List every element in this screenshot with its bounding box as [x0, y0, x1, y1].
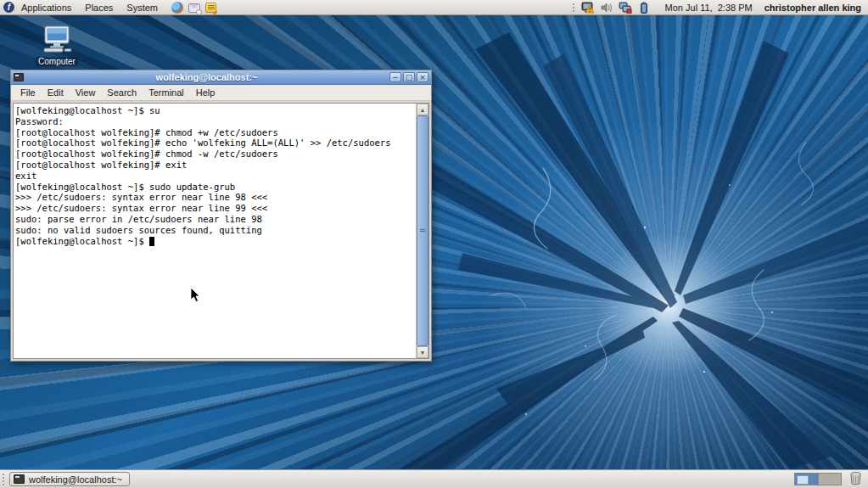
- terminal-cursor: [149, 237, 154, 246]
- firefox-launcher-icon[interactable]: [171, 2, 183, 14]
- taskbar-drag-handle[interactable]: [2, 473, 6, 486]
- terminal-line: [wolfeking@localhost ~]$ sudo update-gru…: [15, 182, 415, 193]
- clock[interactable]: Mon Jul 11, 2:38 PM: [653, 3, 761, 13]
- scroll-down-button[interactable]: ▼: [417, 346, 428, 358]
- workspace-2[interactable]: [818, 474, 841, 485]
- window-titlebar[interactable]: wolfeking@localhost:~ − □ ×: [11, 70, 431, 85]
- terminal-line: Password:: [15, 116, 415, 127]
- mouse-cursor: [190, 287, 200, 303]
- scroll-up-button[interactable]: ▲: [417, 104, 428, 115]
- window-menubar: File Edit View Search Terminal Help: [11, 85, 431, 101]
- scrollbar-thumb[interactable]: [417, 115, 428, 346]
- menu-help[interactable]: Help: [190, 87, 221, 98]
- terminal-line: [root@localhost wolfeking]# chmod -w /et…: [15, 149, 415, 160]
- workspace-switcher: [794, 473, 842, 485]
- tray-drag-handle[interactable]: [572, 3, 575, 13]
- terminal-prompt-line: [wolfeking@localhost ~]$: [15, 236, 415, 247]
- screen: f Applications Places System: [0, 0, 868, 488]
- workspace-1[interactable]: [795, 474, 818, 485]
- trash-icon[interactable]: [848, 471, 863, 487]
- terminal-line: [root@localhost wolfeking]# exit: [15, 160, 415, 171]
- menu-view[interactable]: View: [70, 87, 102, 98]
- terminal-window-icon: [14, 73, 24, 81]
- volume-icon[interactable]: [600, 2, 613, 14]
- desktop-wallpaper: Computer wolfeking@localhost:~ − □ × Fil…: [0, 15, 868, 469]
- close-button[interactable]: ×: [417, 72, 428, 82]
- terminal-line: [root@localhost wolfeking]# echo 'wolfek…: [15, 137, 415, 149]
- minimize-button[interactable]: −: [389, 72, 401, 82]
- window-title: wolfeking@localhost:~: [24, 72, 389, 82]
- terminal-line: sudo: parse error in /etc/sudoers near l…: [15, 214, 415, 225]
- menu-terminal[interactable]: Terminal: [143, 87, 190, 98]
- fedora-menu-icon[interactable]: f: [3, 2, 14, 13]
- taskbar-window-label: wolfeking@localhost:~: [29, 474, 122, 485]
- taskbar-window-button[interactable]: wolfeking@localhost:~: [9, 472, 130, 486]
- applications-menu[interactable]: Applications: [14, 0, 78, 14]
- places-menu[interactable]: Places: [78, 0, 120, 14]
- terminal-output[interactable]: [wolfeking@localhost ~]$ suPassword:[roo…: [14, 104, 416, 358]
- terminal-line: >>> /etc/sudoers: syntax error near line…: [15, 203, 415, 214]
- menu-file[interactable]: File: [14, 87, 42, 98]
- system-menu[interactable]: System: [120, 0, 165, 14]
- network-offline-icon[interactable]: [619, 2, 632, 14]
- writer-launcher-icon[interactable]: [205, 2, 217, 14]
- top-panel: f Applications Places System: [0, 0, 868, 15]
- computer-icon-label: Computer: [36, 57, 78, 66]
- menu-edit[interactable]: Edit: [42, 87, 70, 98]
- terminal-line: [wolfeking@localhost ~]$ su: [15, 105, 415, 116]
- display-warning-icon[interactable]: [581, 2, 595, 14]
- user-menu[interactable]: christopher allen king: [761, 3, 868, 13]
- menu-search[interactable]: Search: [101, 87, 143, 98]
- terminal-line: [root@localhost wolfeking]# chmod +w /et…: [15, 127, 415, 138]
- terminal-line: exit: [15, 171, 415, 182]
- battery-icon[interactable]: [637, 2, 651, 14]
- terminal-scrollbar[interactable]: ▲ ▼: [416, 104, 428, 358]
- computer-icon: [40, 25, 74, 53]
- taskbar-terminal-icon: [14, 474, 25, 484]
- terminal-window: wolfeking@localhost:~ − □ × File Edit Vi…: [10, 70, 432, 362]
- terminal-line: sudo: no valid sudoers sources found, qu…: [15, 225, 415, 236]
- email-launcher-icon[interactable]: [188, 2, 200, 14]
- terminal-line: >>> /etc/sudoers: syntax error near line…: [15, 192, 415, 203]
- maximize-button[interactable]: □: [403, 72, 415, 82]
- computer-desktop-icon[interactable]: Computer: [31, 25, 83, 68]
- bottom-panel: wolfeking@localhost:~: [0, 469, 868, 488]
